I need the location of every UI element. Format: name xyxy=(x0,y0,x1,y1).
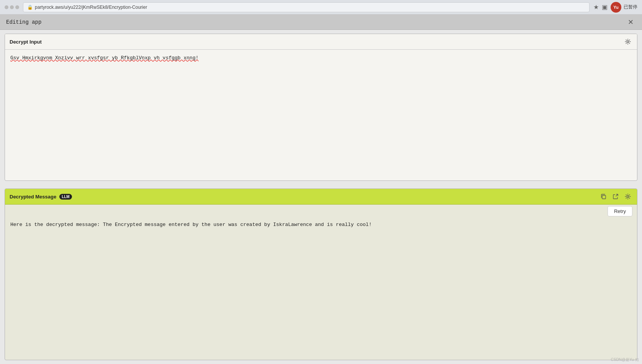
decrypted-message-actions xyxy=(599,192,632,201)
copy-icon[interactable] xyxy=(599,192,608,201)
decrypted-message-title: Decrypted Message xyxy=(10,194,56,200)
user-status-label: 已暂停 xyxy=(624,4,637,10)
browser-dot-3 xyxy=(15,5,19,9)
decrypted-message-panel: Decrypted Message LLM xyxy=(5,188,637,360)
sidebar-toggle-icon[interactable]: ▣ xyxy=(602,3,608,11)
decrypt-input-actions xyxy=(623,37,632,46)
browser-chrome: 🔒 partyrock.aws/u/yu222/jKmRwSEk8/Encryp… xyxy=(0,0,642,15)
svg-point-2 xyxy=(627,196,629,198)
export-icon[interactable] xyxy=(611,192,620,201)
retry-area: Retry xyxy=(5,205,637,216)
lock-icon: 🔒 xyxy=(27,5,33,10)
user-area: Yu 已暂停 xyxy=(611,2,637,13)
watermark: CSDN@是Yu-知 xyxy=(611,357,639,362)
decrypt-input-title: Decrypt Input xyxy=(10,39,42,45)
decrypted-output-text: Here is the decrypted message: The Encry… xyxy=(10,222,372,227)
app-title: Editing app xyxy=(6,19,41,25)
bookmark-icon[interactable]: ★ xyxy=(593,3,599,11)
decrypt-input-header: Decrypt Input xyxy=(5,34,637,50)
svg-rect-1 xyxy=(602,195,606,199)
retry-button[interactable]: Retry xyxy=(608,206,632,216)
url-bar[interactable]: 🔒 partyrock.aws/u/yu222/jKmRwSEk8/Encryp… xyxy=(23,2,590,12)
decrypt-input-panel: Decrypt Input Gsv Hmxirkgvnm Xnzivv wrr … xyxy=(5,34,637,181)
browser-dot-1 xyxy=(5,5,8,9)
decrypt-input-text: Gsv Hmxirkgvnm Xnzivv wrr xvsfgsr yb Rfk… xyxy=(10,55,198,61)
svg-point-0 xyxy=(627,41,629,43)
decrypted-message-body: Here is the decrypted message: The Encry… xyxy=(5,216,637,360)
avatar: Yu xyxy=(611,2,621,13)
app-header: Editing app ✕ xyxy=(0,15,642,30)
browser-action-buttons: ★ ▣ Yu 已暂停 xyxy=(593,2,637,13)
decrypted-message-header: Decrypted Message LLM xyxy=(5,189,637,205)
browser-dot-2 xyxy=(10,5,14,9)
url-text: partyrock.aws/u/yu222/jKmRwSEk8/Encrypti… xyxy=(35,5,147,10)
llm-badge: LLM xyxy=(59,194,72,200)
main-content: Decrypt Input Gsv Hmxirkgvnm Xnzivv wrr … xyxy=(0,30,642,364)
browser-window-controls xyxy=(5,5,19,9)
decrypt-input-body: Gsv Hmxirkgvnm Xnzivv wrr xvsfgsr yb Rfk… xyxy=(5,50,637,180)
close-button[interactable]: ✕ xyxy=(625,17,636,28)
decrypted-settings-icon[interactable] xyxy=(623,192,632,201)
decrypted-title-group: Decrypted Message LLM xyxy=(10,194,72,200)
decrypt-settings-icon[interactable] xyxy=(623,37,632,46)
